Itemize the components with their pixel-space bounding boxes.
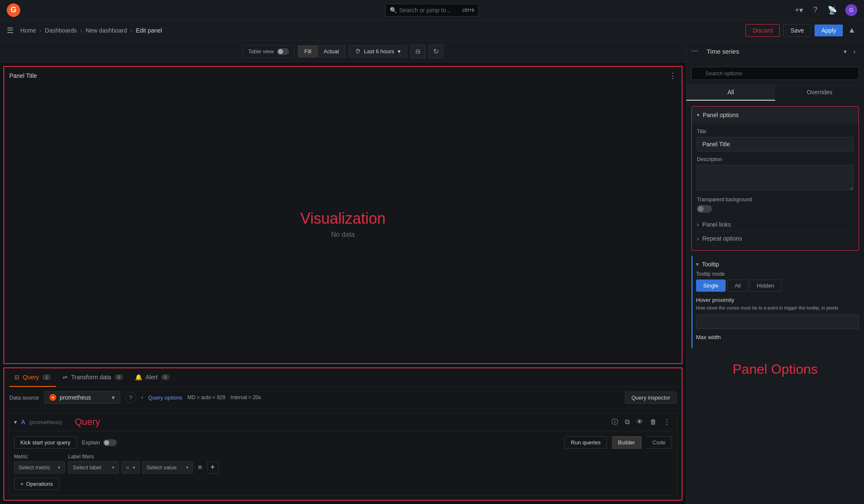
panel-options-watermark: Panel Options bbox=[691, 353, 859, 386]
tab-overrides[interactable]: Overrides bbox=[775, 85, 864, 101]
add-filter-button[interactable]: + bbox=[207, 462, 219, 474]
select-value[interactable]: Select value ▾ bbox=[142, 461, 193, 474]
viz-type-label[interactable]: Time series bbox=[702, 45, 840, 58]
datasource-row: Data source ● prometheus ▾ ? › Query opt… bbox=[4, 387, 682, 408]
alert-tab-icon: 🔔 bbox=[135, 374, 142, 381]
max-width-label: Max width bbox=[696, 334, 859, 340]
news-button[interactable]: 📡 bbox=[826, 4, 839, 16]
tooltip-section-header[interactable]: ▾ Tooltip bbox=[696, 261, 859, 268]
query-options-button[interactable]: Query options bbox=[148, 394, 182, 401]
query-label: Query bbox=[75, 416, 100, 427]
tab-all[interactable]: All bbox=[686, 85, 775, 101]
query-block-copy-button[interactable]: ⧉ bbox=[623, 417, 631, 427]
actual-button[interactable]: Actual bbox=[318, 45, 345, 58]
query-options-md: MD = auto = 929 bbox=[187, 394, 225, 400]
query-options-interval: Interval = 20s bbox=[230, 394, 261, 400]
operations-button[interactable]: + Operations bbox=[14, 478, 59, 490]
right-search-input[interactable] bbox=[691, 67, 859, 80]
operator-chevron: ▾ bbox=[133, 465, 135, 470]
tab-transform[interactable]: ⇌ Transform data 0 bbox=[58, 368, 128, 387]
apply-button[interactable]: Apply bbox=[814, 25, 843, 36]
breadcrumb-dashboards[interactable]: Dashboards bbox=[45, 27, 77, 34]
query-block-delete-button[interactable]: 🗑 bbox=[648, 417, 658, 427]
select-label-chevron: ▾ bbox=[112, 465, 114, 470]
datasource-select[interactable]: ● prometheus ▾ bbox=[44, 391, 120, 404]
viz-type-expand-button[interactable]: › bbox=[850, 46, 859, 57]
tooltip-mode-all[interactable]: All bbox=[727, 279, 748, 292]
tooltip-mode-single[interactable]: Single bbox=[696, 279, 726, 292]
time-range-picker[interactable]: ⏱ Last 6 hours ▾ bbox=[349, 45, 407, 58]
prometheus-icon: ● bbox=[50, 394, 56, 401]
operations-row: + Operations bbox=[14, 478, 672, 490]
label-filters-group: Label filters Select label ▾ = ▾ bbox=[68, 454, 672, 474]
table-view-toggle[interactable]: Table view bbox=[243, 45, 295, 58]
query-toolbar-row: Kick start your query Explain Run querie… bbox=[14, 436, 672, 449]
discard-button[interactable]: Discard bbox=[746, 24, 780, 37]
panel-options-header[interactable]: ▾ Panel options bbox=[692, 107, 858, 123]
viz-label: Visualization bbox=[300, 210, 385, 227]
left-panel: Table view Fill Actual ⏱ Last 6 hours ▾ … bbox=[0, 41, 686, 504]
panel-toolbar: Table view Fill Actual ⏱ Last 6 hours ▾ … bbox=[0, 41, 686, 63]
new-button[interactable]: +▾ bbox=[793, 4, 805, 16]
hover-proximity-input[interactable] bbox=[696, 315, 859, 329]
query-block-info-button[interactable]: ⓘ bbox=[610, 417, 620, 427]
panel-links-item[interactable]: › Panel links bbox=[697, 218, 853, 232]
breadcrumb-actions: Discard Save Apply ▲ bbox=[746, 24, 857, 37]
transparent-toggle[interactable] bbox=[697, 205, 712, 213]
query-tab-label: Query bbox=[23, 374, 39, 381]
tab-query[interactable]: ⊟ Query 1 bbox=[9, 368, 56, 387]
kick-start-button[interactable]: Kick start your query bbox=[14, 436, 77, 449]
clock-icon: ⏱ bbox=[355, 48, 360, 55]
help-button[interactable]: ? bbox=[812, 4, 819, 16]
main-layout: Table view Fill Actual ⏱ Last 6 hours ▾ … bbox=[0, 41, 864, 504]
table-view-switch[interactable] bbox=[277, 48, 289, 55]
repeat-options-item[interactable]: › Repeat options bbox=[697, 232, 853, 245]
avatar[interactable]: G bbox=[845, 4, 857, 16]
query-block-source: (prometheus) bbox=[29, 419, 62, 425]
operator-select[interactable]: = ▾ bbox=[121, 461, 140, 474]
select-value-placeholder: Select value bbox=[147, 464, 177, 471]
breadcrumb-home[interactable]: Home bbox=[20, 27, 36, 34]
search-shortcut: ctrl+k bbox=[462, 7, 474, 13]
query-block-hide-button[interactable]: 👁 bbox=[635, 417, 645, 427]
hamburger-icon[interactable]: ☰ bbox=[7, 26, 14, 35]
viz-panel-menu-button[interactable]: ⋮ bbox=[669, 71, 677, 80]
select-label-placeholder: Select label bbox=[73, 464, 101, 471]
query-block-more-button[interactable]: ⋮ bbox=[662, 417, 672, 427]
metric-select[interactable]: Select metric ▾ bbox=[14, 461, 65, 474]
run-queries-button[interactable]: Run queries bbox=[564, 436, 607, 449]
query-fields-row: Metric Select metric ▾ Label filters Sel… bbox=[14, 454, 672, 474]
zoom-out-button[interactable]: ⊖ bbox=[410, 44, 425, 58]
explain-label: Explain bbox=[82, 439, 100, 446]
select-label[interactable]: Select label ▾ bbox=[68, 461, 119, 474]
description-input[interactable] bbox=[697, 165, 853, 190]
datasource-label: Data source bbox=[9, 394, 39, 401]
repeat-options-label: Repeat options bbox=[702, 235, 742, 242]
tooltip-mode-hidden[interactable]: Hidden bbox=[750, 279, 781, 292]
fill-button[interactable]: Fill bbox=[298, 45, 318, 58]
query-inspector-button[interactable]: Query inspector bbox=[625, 392, 677, 404]
operator-label: = bbox=[126, 464, 129, 471]
query-block-body: Kick start your query Explain Run querie… bbox=[9, 431, 677, 495]
code-button[interactable]: Code bbox=[647, 436, 672, 449]
title-field-label: Title bbox=[697, 129, 853, 134]
explain-toggle[interactable] bbox=[103, 439, 117, 446]
breadcrumb-sep-2: › bbox=[80, 27, 83, 34]
datasource-chevron: ▾ bbox=[112, 394, 115, 401]
panel-links-chevron: › bbox=[697, 221, 699, 228]
datasource-help-button[interactable]: ? bbox=[125, 392, 136, 403]
builder-button[interactable]: Builder bbox=[612, 436, 641, 449]
clear-filter-button[interactable]: ✕ bbox=[195, 462, 204, 473]
description-field-label: Description bbox=[697, 156, 853, 162]
grafana-logo[interactable]: G bbox=[7, 3, 20, 17]
save-button[interactable]: Save bbox=[783, 24, 811, 37]
query-block-chevron[interactable]: ▾ bbox=[14, 419, 17, 425]
explain-row: Explain bbox=[82, 439, 117, 446]
breadcrumb-new-dashboard[interactable]: New dashboard bbox=[85, 27, 127, 34]
right-tabs: All Overrides bbox=[686, 85, 864, 101]
collapse-button[interactable]: ▲ bbox=[846, 24, 857, 36]
refresh-button[interactable]: ↻ bbox=[429, 44, 443, 58]
title-input[interactable] bbox=[697, 137, 853, 151]
tab-alert[interactable]: 🔔 Alert 0 bbox=[130, 368, 175, 387]
breadcrumb-sep-3: › bbox=[130, 27, 132, 34]
